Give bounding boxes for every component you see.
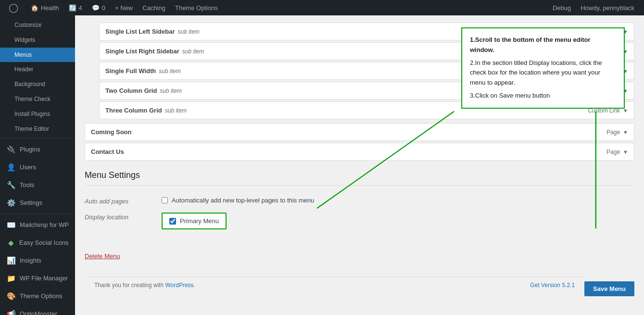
updates-icon: 🔄 [69, 4, 76, 12]
settings-label: Settings [20, 199, 42, 207]
item-type-coming-soon: Page ▼ [606, 129, 628, 136]
delete-menu-link[interactable]: Delete Menu [85, 252, 120, 260]
main-scroll-area: Single List Left Sidebar sub item Custom… [75, 15, 644, 315]
optinmonster-icon: 📢 [7, 309, 16, 315]
tools-icon: 🔧 [7, 180, 16, 190]
delete-menu-area: Delete Menu [85, 243, 634, 265]
sidebar-item-theme-editor[interactable]: Theme Editor [0, 122, 75, 137]
home-icon: 🏠 [31, 4, 38, 12]
adminbar-caching[interactable]: Caching [138, 0, 170, 15]
wp-logo[interactable]: ◯ [5, 2, 22, 13]
sidebar-item-mailchimp[interactable]: ✉️ Mailchimp for WP [0, 216, 75, 234]
customize-label: Customize [14, 21, 42, 29]
item-type-contact: Page ▼ [606, 149, 628, 155]
sidebar-item-easy-social[interactable]: ◆ Easy Social Icons [0, 234, 75, 252]
mailchimp-icon: ✉️ [7, 220, 16, 230]
admin-sidebar: Customize Widgets Menus Header Backgroun… [0, 15, 75, 315]
filemanager-icon: 📁 [7, 273, 16, 283]
item-sub-two-col: sub item [160, 88, 181, 94]
sidebar-item-header[interactable]: Header [0, 62, 75, 77]
item-title-three-col: Three Column Grid [105, 107, 162, 114]
theme-editor-label: Theme Editor [14, 125, 49, 133]
tools-label: Tools [20, 181, 34, 189]
settings-icon: ⚙️ [7, 198, 16, 208]
admin-bar: ◯ 🏠 Health 🔄 4 💬 0 + New Caching Theme O… [0, 0, 644, 15]
info-line-1: 1.Scroll to the bottom of the menu edito… [470, 35, 616, 55]
theme-options-icon: 🎨 [7, 291, 16, 301]
info-tooltip-box: 1.Scroll to the bottom of the menu edito… [461, 27, 625, 109]
item-sub-single-full: sub item [159, 68, 180, 75]
theme-check-label: Theme Check [14, 95, 51, 103]
adminbar-user[interactable]: Howdy, pennyblack [576, 0, 639, 15]
sidebar-item-theme-options[interactable]: 🎨 Theme Options [0, 287, 75, 305]
sidebar-item-install-plugins[interactable]: Install Plugins [0, 107, 75, 122]
content-wrapper: Single List Left Sidebar sub item Custom… [85, 23, 634, 274]
adminbar-new[interactable]: + New [110, 0, 138, 15]
item-title-single-list-left: Single List Left Sidebar [105, 28, 175, 35]
sidebar-item-wpfilemanager[interactable]: 📁 WP File Manager [0, 269, 75, 287]
sidebar-item-optinmonster[interactable]: 📢 OptinMonster [0, 305, 75, 315]
users-icon: 👤 [7, 162, 16, 172]
theme-options-label: Theme Options [20, 292, 63, 301]
install-plugins-label: Install Plugins [14, 110, 50, 118]
wp-layout: Customize Widgets Menus Header Backgroun… [0, 0, 644, 315]
item-sub-three-col: sub item [165, 107, 187, 114]
sidebar-item-customize[interactable]: Customize [0, 18, 75, 33]
auto-add-checkbox[interactable] [162, 197, 168, 203]
sidebar-item-tools[interactable]: 🔧 Tools [0, 176, 75, 194]
adminbar-debug[interactable]: Debug [548, 0, 576, 15]
item-sub-single-list-left: sub item [177, 28, 199, 35]
sidebar-item-users[interactable]: 👤 Users [0, 158, 75, 176]
comments-icon: 💬 [92, 4, 100, 12]
optinmonster-label: OptinMonster [20, 310, 57, 315]
primary-menu-label: Primary Menu [180, 217, 219, 225]
sidebar-item-widgets[interactable]: Widgets [0, 33, 75, 48]
dropdown-arrow-6[interactable]: ▼ [623, 149, 628, 155]
item-title-coming-soon: Coming Soon [91, 128, 132, 136]
item-sub-single-list-right: sub item [182, 48, 204, 55]
easy-social-label: Easy Social Icons [19, 239, 69, 247]
sidebar-item-menus[interactable]: Menus [0, 48, 75, 63]
adminbar-updates[interactable]: 🔄 4 [64, 0, 87, 15]
adminbar-right: Debug Howdy, pennyblack [548, 0, 639, 15]
display-location-box: Primary Menu [162, 213, 227, 229]
menus-label: Menus [14, 51, 32, 59]
menu-settings-section: Menu Settings Auto add pages Automatical… [85, 170, 634, 233]
adminbar-health[interactable]: 🏠 Health [26, 0, 64, 15]
auto-add-control: Automatically add new top-level pages to… [162, 197, 314, 204]
adminbar-comments[interactable]: 💬 0 [87, 0, 110, 15]
sidebar-item-settings[interactable]: ⚙️ Settings [0, 194, 75, 212]
sidebar-item-insights[interactable]: 📊 Insights [0, 252, 75, 269]
menu-row-coming-soon[interactable]: Coming Soon Page ▼ [85, 123, 634, 141]
menu-row-contact[interactable]: Contact Us Page ▼ [85, 143, 634, 161]
item-title-contact: Contact Us [91, 148, 124, 155]
main-content: Single List Left Sidebar sub item Custom… [75, 15, 644, 303]
sidebar-item-plugins[interactable]: 🔌 Plugins [0, 140, 75, 158]
wp-footer: Thank you for creating with WordPress. G… [85, 277, 584, 293]
item-title-two-col: Two Column Grid [105, 87, 157, 94]
adminbar-theme-options[interactable]: Theme Options [170, 0, 223, 15]
plugins-icon: 🔌 [7, 144, 16, 154]
item-title-single-full: Single Full Width [105, 67, 156, 75]
auto-add-pages-row: Auto add pages Automatically add new top… [85, 193, 634, 209]
social-icon: ◆ [7, 238, 15, 248]
auto-add-label: Auto add pages [85, 197, 152, 205]
primary-menu-checkbox[interactable] [169, 218, 176, 225]
dropdown-arrow-5[interactable]: ▼ [623, 129, 628, 135]
save-menu-button[interactable]: Save Menu [584, 281, 634, 296]
display-location-label: Display location [85, 213, 152, 221]
menu-settings-title: Menu Settings [85, 170, 634, 186]
header-label: Header [14, 65, 33, 74]
users-label: Users [20, 163, 36, 172]
sidebar-item-background[interactable]: Background [0, 77, 75, 92]
info-line-2: 2.In the section titled Display location… [470, 58, 616, 88]
wordpress-link[interactable]: WordPress [165, 282, 193, 289]
sidebar-item-theme-check[interactable]: Theme Check [0, 92, 75, 107]
display-location-row: Display location Primary Menu [85, 209, 634, 233]
version-link[interactable]: Get Version 5.2.1 [530, 282, 575, 289]
widgets-label: Widgets [14, 36, 35, 44]
insights-icon: 📊 [7, 255, 16, 265]
insights-label: Insights [20, 256, 41, 265]
mailchimp-label: Mailchimp for WP [20, 221, 69, 229]
plugins-label: Plugins [20, 145, 40, 154]
